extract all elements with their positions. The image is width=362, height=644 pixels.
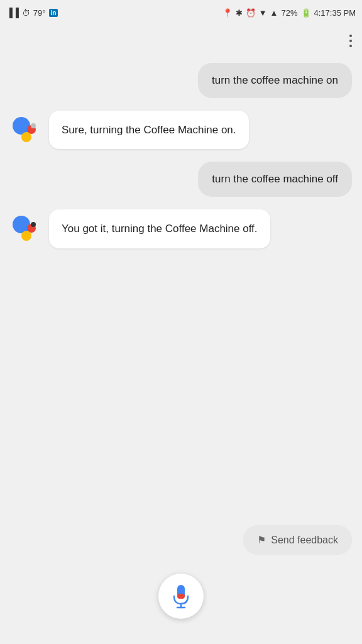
- svg-point-7: [21, 231, 31, 241]
- dot1: [349, 35, 352, 37]
- pause-icon: ▐▐: [6, 8, 19, 18]
- wifi-icon: ▼: [259, 8, 267, 18]
- signal-icon: ▲: [270, 8, 278, 18]
- svg-rect-9: [177, 594, 185, 599]
- dot3: [349, 45, 352, 47]
- user-message-1-text: turn the coffee machine on: [212, 74, 338, 86]
- feedback-label: Send feedback: [271, 535, 338, 546]
- user-message-1: turn the coffee machine on: [198, 63, 352, 98]
- assistant-logo-2: [10, 212, 43, 245]
- mic-area: [0, 555, 362, 644]
- alarm-icon: ⏰: [246, 8, 256, 18]
- bluetooth-icon: ✱: [236, 8, 243, 18]
- status-right: 📍 ✱ ⏰ ▼ ▲ 72% 🔋 4:17:35 PM: [222, 8, 356, 18]
- microphone-icon: [171, 584, 191, 609]
- assistant-logo-1: [10, 113, 43, 146]
- assistant-row-2: You got it, turning the Coffee Machine o…: [10, 209, 352, 248]
- timer-icon: ⏱: [22, 8, 30, 18]
- temperature: 79°: [33, 8, 46, 18]
- assistant-message-1-text: Sure, turning the Coffee Machine on.: [62, 124, 236, 136]
- svg-point-4: [13, 216, 30, 233]
- feedback-icon: ⚑: [257, 534, 266, 546]
- svg-point-6: [31, 222, 36, 227]
- svg-point-2: [31, 123, 36, 128]
- microphone-button[interactable]: [158, 574, 204, 619]
- dot2: [349, 40, 352, 42]
- chat-container: turn the coffee machine on Sure, turning…: [0, 57, 362, 531]
- more-options-button[interactable]: [349, 35, 352, 47]
- svg-point-0: [13, 117, 30, 135]
- assistant-message-2: You got it, turning the Coffee Machine o…: [49, 209, 270, 248]
- user-message-2-text: turn the coffee machine off: [212, 173, 338, 185]
- battery-percent: 72%: [281, 8, 297, 18]
- status-bar: ▐▐ ⏱ 79° in 📍 ✱ ⏰ ▼ ▲ 72% 🔋 4:17:35 PM: [0, 0, 362, 25]
- time: 4:17:35 PM: [314, 8, 356, 18]
- status-left: ▐▐ ⏱ 79° in: [6, 8, 58, 18]
- location-icon: 📍: [222, 8, 233, 18]
- send-feedback-button[interactable]: ⚑ Send feedback: [243, 525, 352, 555]
- assistant-row-1: Sure, turning the Coffee Machine on.: [10, 111, 352, 150]
- assistant-message-1: Sure, turning the Coffee Machine on.: [49, 111, 249, 150]
- assistant-message-2-text: You got it, turning the Coffee Machine o…: [62, 223, 258, 235]
- svg-point-3: [21, 132, 31, 142]
- battery-icon: 🔋: [301, 8, 311, 18]
- top-bar: [0, 25, 362, 57]
- feedback-row: ⚑ Send feedback: [0, 525, 362, 555]
- user-message-2: turn the coffee machine off: [198, 162, 352, 197]
- linkedin-icon: in: [49, 9, 58, 17]
